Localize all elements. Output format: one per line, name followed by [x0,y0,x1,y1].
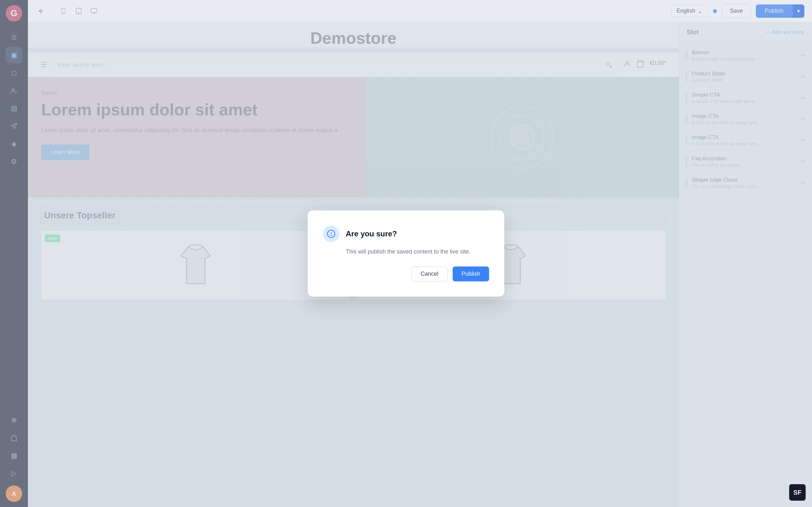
publish-confirm-dialog: Are you sure? This will publish the save… [308,210,504,297]
dialog-header: Are you sure? [323,226,489,242]
symfony-label: SF [793,489,802,496]
modal-overlay: Are you sure? This will publish the save… [0,0,812,507]
dialog-actions: Cancel Publish [323,267,489,281]
confirm-publish-button[interactable]: Publish [453,267,489,281]
dialog-title: Are you sure? [346,229,397,238]
symfony-icon[interactable]: SF [789,484,806,501]
cancel-button[interactable]: Cancel [411,267,448,281]
dialog-body: This will publish the saved content to t… [323,248,489,255]
info-icon [323,226,339,242]
